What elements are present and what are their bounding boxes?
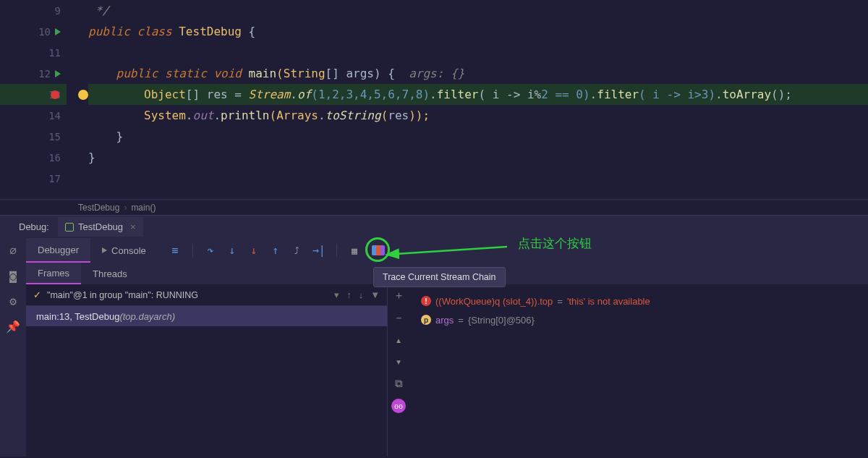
- code-text: .: [430, 88, 437, 101]
- tab-frames[interactable]: Frames: [26, 263, 81, 284]
- code-text: public: [116, 67, 165, 80]
- code-text: of: [297, 88, 311, 101]
- code-text: .: [290, 88, 297, 101]
- step-into-icon[interactable]: ↓: [226, 245, 238, 256]
- gutter-line[interactable]: 9: [0, 0, 67, 21]
- step-out-icon[interactable]: ↑: [270, 245, 281, 256]
- evaluate-expression-icon[interactable]: ▦: [349, 245, 360, 256]
- chevron-right-icon: ›: [124, 203, 127, 213]
- frame-package: (top.dayarch): [119, 311, 175, 322]
- filter-icon[interactable]: ▼: [370, 289, 380, 300]
- code-text: class: [137, 25, 179, 38]
- gutter-line[interactable]: 14: [0, 105, 67, 126]
- breakpoint-icon[interactable]: [51, 90, 59, 99]
- gutter-line[interactable]: 12: [0, 63, 67, 84]
- step-over-icon[interactable]: ↷: [205, 245, 216, 256]
- chevron-down-icon[interactable]: ▾: [334, 289, 339, 300]
- var-name: ((WorkQueue)q (slot_4)).top: [435, 296, 553, 307]
- code-text: main: [249, 67, 277, 80]
- breadcrumb-item[interactable]: TestDebug: [78, 203, 119, 213]
- code-text: res: [388, 109, 409, 122]
- tab-label: Debugger: [38, 245, 79, 255]
- run-to-cursor-icon[interactable]: →|: [313, 245, 325, 256]
- camera-icon[interactable]: ◙: [9, 269, 17, 283]
- show-execution-point-icon[interactable]: ≡: [169, 245, 181, 256]
- code-text: []: [186, 88, 207, 101]
- code-text: .: [590, 88, 597, 101]
- lightbulb-icon[interactable]: [78, 90, 88, 100]
- glasses-icon[interactable]: oo: [391, 399, 406, 413]
- debug-lower: ✓ "main"@1 in group "main": RUNNING ▾ ↑ …: [26, 284, 868, 457]
- code-text: String: [284, 67, 326, 80]
- gutter-line[interactable]: 17: [0, 168, 67, 189]
- close-icon[interactable]: ×: [130, 221, 136, 232]
- variables-pane[interactable]: ! ((WorkQueue)q (slot_4)).top = 'this' i…: [409, 284, 868, 457]
- chevron-up-icon[interactable]: ▴: [395, 334, 401, 347]
- code-text: res: [207, 88, 235, 101]
- line-number: 15: [48, 131, 61, 143]
- force-step-into-icon[interactable]: ↓: [248, 245, 260, 256]
- separator: [192, 244, 193, 257]
- code-text: void: [213, 67, 248, 80]
- line-number: 10: [38, 26, 51, 38]
- play-icon: [102, 247, 107, 253]
- gutter-line[interactable]: 13: [0, 84, 67, 105]
- code-text: Stream: [249, 88, 291, 101]
- plus-icon[interactable]: ＋: [393, 289, 404, 302]
- trace-stream-button[interactable]: [370, 242, 386, 258]
- code-text: out: [193, 109, 214, 122]
- gutter-line[interactable]: 16: [0, 147, 67, 168]
- line-number: 16: [48, 152, 61, 164]
- gutter-line[interactable]: 11: [0, 42, 67, 63]
- var-eq: =: [458, 315, 464, 326]
- strike-icon[interactable]: ∅: [9, 244, 17, 258]
- code-text: }: [116, 130, 124, 143]
- tab-threads[interactable]: Threads: [81, 263, 139, 284]
- arrow-down-icon[interactable]: ↓: [359, 289, 364, 300]
- minus-icon[interactable]: －: [393, 311, 404, 325]
- chevron-down-icon[interactable]: ▾: [395, 355, 401, 368]
- tab-debugger[interactable]: Debugger: [26, 238, 90, 263]
- code-text: TestDebug: [179, 25, 248, 38]
- drop-frame-icon[interactable]: ⤴: [292, 245, 303, 256]
- param-icon: p: [421, 315, 431, 325]
- breadcrumb[interactable]: TestDebug › main(): [0, 199, 868, 215]
- code-text: {: [249, 25, 256, 38]
- code-text: public: [88, 25, 137, 38]
- var-value: 'this' is not available: [567, 296, 650, 307]
- code-text: 2 == 0): [541, 88, 590, 101]
- check-icon: ✓: [33, 289, 41, 300]
- run-icon[interactable]: [55, 70, 61, 77]
- code-text: ();: [771, 88, 792, 101]
- debug-tabs: Debugger Console ≡ ↷ ↓ ↓ ↑ ⤴ →| ▦: [26, 238, 868, 263]
- tab-console[interactable]: Console: [90, 238, 158, 263]
- pin-icon[interactable]: 📌: [6, 320, 20, 334]
- annotation-circle: [365, 237, 390, 262]
- gutter-line[interactable]: 15: [0, 126, 67, 147]
- arrow-up-icon[interactable]: ↑: [346, 289, 352, 300]
- debug-session-tab[interactable]: TestDebug ×: [58, 217, 143, 237]
- debug-panel: ∅ ◙ ⚙ 📌 ↻ ⊘ Debugger Console ≡ ↷ ↓ ↓ ↑ ⤴…: [0, 238, 868, 457]
- run-icon[interactable]: [55, 28, 61, 35]
- code-text: (1,2,3,4,5,6,7,8): [311, 88, 430, 101]
- editor-far-rail: ∅ ◙ ⚙ 📌: [0, 238, 26, 457]
- variable-row[interactable]: ! ((WorkQueue)q (slot_4)).top = 'this' i…: [421, 292, 856, 310]
- code-text: .: [186, 109, 193, 122]
- code-area[interactable]: */ public class TestDebug { public stati…: [67, 0, 868, 199]
- code-text: .: [213, 109, 221, 122]
- code-text: toString: [326, 109, 381, 122]
- frame-row[interactable]: main:13, TestDebug (top.dayarch): [26, 306, 387, 326]
- gutter-line[interactable]: 10: [0, 21, 67, 42]
- annotation-text: 点击这个按钮: [518, 235, 592, 252]
- variable-row[interactable]: p args = {String[0]@506}: [421, 310, 856, 329]
- gear-icon[interactable]: ⚙: [9, 294, 17, 308]
- code-text: ( i -> i>3): [639, 88, 715, 101]
- copy-icon[interactable]: ⧉: [395, 377, 403, 390]
- code-text: (: [269, 109, 276, 122]
- line-number: 14: [48, 110, 61, 122]
- code-text: ));: [409, 109, 430, 122]
- code-text: ) {: [374, 67, 409, 80]
- var-name: args: [435, 315, 454, 326]
- thread-selector[interactable]: ✓ "main"@1 in group "main": RUNNING ▾ ↑ …: [26, 284, 387, 306]
- breadcrumb-item[interactable]: main(): [131, 203, 156, 213]
